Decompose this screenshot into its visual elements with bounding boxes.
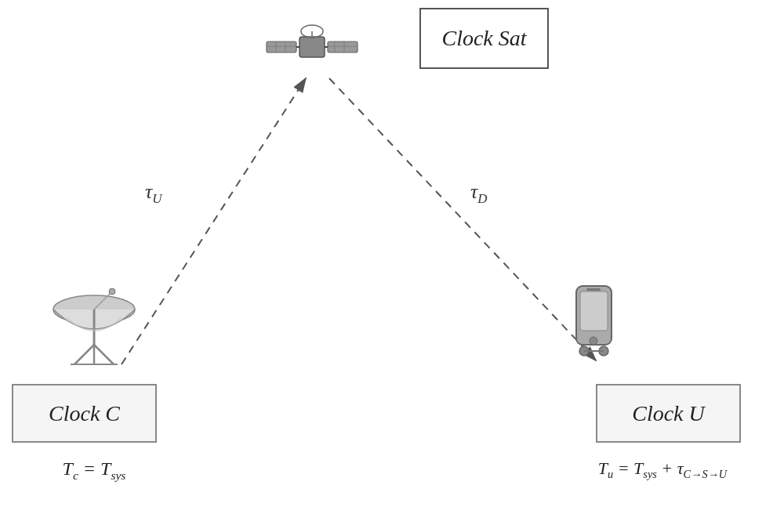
clock-sat-label: Clock Sat <box>441 26 526 51</box>
clock-c-label: Clock C <box>49 401 120 426</box>
formula-c: Tc = Tsys <box>16 458 172 483</box>
clock-c-box: Clock C <box>12 384 157 443</box>
clock-u-box: Clock U <box>596 384 741 443</box>
uplink-line <box>122 78 306 364</box>
diagram: Clock Sat Clock C <box>0 0 784 532</box>
svg-rect-2 <box>299 37 325 57</box>
svg-line-18 <box>94 345 114 364</box>
dish-icon <box>43 274 145 368</box>
clock-u-label: Clock U <box>632 401 705 426</box>
svg-rect-3 <box>267 42 296 52</box>
tau-u-label: τU <box>145 180 162 207</box>
svg-rect-4 <box>328 42 358 52</box>
svg-point-22 <box>109 288 115 295</box>
satellite-icon <box>259 4 361 90</box>
svg-rect-26 <box>586 288 601 291</box>
connection-lines <box>0 0 784 532</box>
svg-rect-24 <box>580 291 608 331</box>
downlink-line <box>329 78 596 360</box>
tau-d-label: τD <box>470 180 488 207</box>
device-icon <box>564 282 623 368</box>
svg-line-17 <box>74 345 94 364</box>
formula-u: Tu = Tsys + τC→S→U <box>549 458 776 481</box>
clock-sat-box: Clock Sat <box>419 8 549 69</box>
svg-point-25 <box>590 337 597 345</box>
